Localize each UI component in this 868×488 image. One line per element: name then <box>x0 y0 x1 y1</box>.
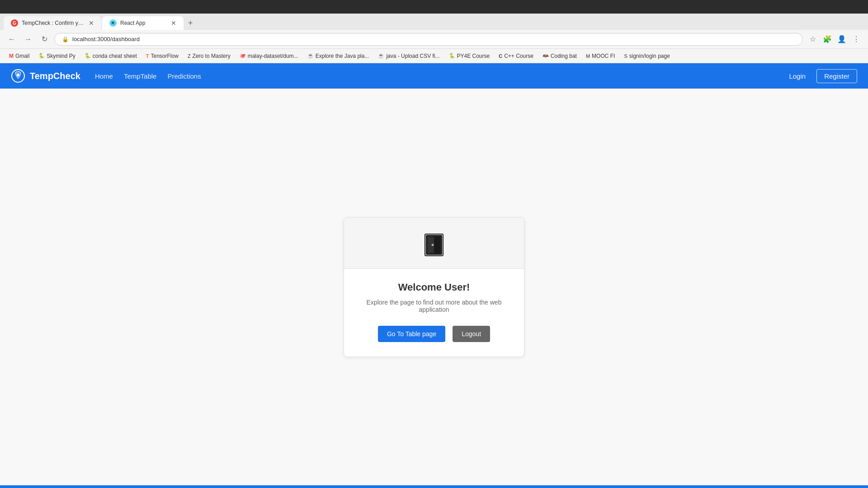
card-top <box>344 218 524 269</box>
address-bar[interactable]: 🔒 localhost:3000/dashboard <box>54 33 803 46</box>
bookmark-tensorflow-label: TensorFlow <box>151 53 179 59</box>
malay-icon: 🐙 <box>240 53 246 59</box>
skymindpy-icon: 🐍 <box>38 53 45 59</box>
card-body: Welcome User! Explore the page to find o… <box>344 269 524 357</box>
lock-icon: 🔒 <box>62 36 69 42</box>
bookmark-gmail-label: Gmail <box>15 53 29 59</box>
bookmark-moocfi-label: MOOC FI <box>592 53 615 59</box>
tab-tempcheck[interactable]: G TempCheck : Confirm your emai... ✕ <box>4 16 101 30</box>
bookmark-java-upload-label: java - Upload CSV fi... <box>386 53 439 59</box>
conda-icon: 🐍 <box>85 53 91 59</box>
goto-table-button[interactable]: Go To Table page <box>378 326 445 342</box>
login-button[interactable]: Login <box>782 70 813 83</box>
tab-react[interactable]: R React App ✕ <box>102 16 184 30</box>
bookmark-zerotomastery[interactable]: Z Zero to Mastery <box>184 52 234 61</box>
nav-actions: Login Register <box>782 69 857 83</box>
back-button[interactable]: ← <box>5 33 18 46</box>
bookmark-malay[interactable]: 🐙 malay-dataset/dum... <box>236 52 302 61</box>
py4e-icon: 🐍 <box>449 53 455 59</box>
nav-links: Home TempTable Predictions <box>95 70 768 82</box>
nav-predictions[interactable]: Predictions <box>167 70 201 82</box>
nav-home[interactable]: Home <box>95 70 113 82</box>
bookmark-java-upload[interactable]: ☕ java - Upload CSV fi... <box>374 52 443 61</box>
bottom-bar <box>0 485 868 488</box>
browser-chrome <box>0 0 868 14</box>
extension-button[interactable]: 🧩 <box>821 33 834 46</box>
tab-react-icon: R <box>109 19 117 27</box>
brand-name: TempCheck <box>30 71 80 81</box>
java-explore-icon: ☕ <box>307 53 314 59</box>
welcome-card: Welcome User! Explore the page to find o… <box>344 217 524 357</box>
bookmark-skymindpy-label: Skymind Py <box>47 53 75 59</box>
bookmark-java-explore[interactable]: ☕ Explore the Java pla... <box>304 52 373 61</box>
navbar-brand[interactable]: TempCheck <box>11 69 80 83</box>
bookmark-conda-label: conda cheat sheet <box>93 53 137 59</box>
tensorflow-icon: T <box>146 53 149 59</box>
bookmark-java-explore-label: Explore the Java pla... <box>316 53 369 59</box>
logout-button[interactable]: Logout <box>453 326 490 342</box>
bookmark-signin-label: signin/login page <box>629 53 670 59</box>
bookmark-signin[interactable]: S signin/login page <box>620 52 673 61</box>
svg-point-1 <box>17 74 19 76</box>
toolbar-right: ☆ 🧩 👤 ⋮ <box>807 33 863 46</box>
gmail-icon: M <box>9 53 14 59</box>
nav-temptable[interactable]: TempTable <box>124 70 157 82</box>
bookmarks-bar: M Gmail 🐍 Skymind Py 🐍 conda cheat sheet… <box>0 49 868 63</box>
tab-bar: G TempCheck : Confirm your emai... ✕ R R… <box>0 14 868 30</box>
navbar: TempCheck Home TempTable Predictions Log… <box>0 63 868 89</box>
bookmark-skymindpy[interactable]: 🐍 Skymind Py <box>35 52 79 61</box>
bookmark-button[interactable]: ☆ <box>807 33 819 46</box>
bookmark-py4e[interactable]: 🐍 PY4E Course <box>445 52 494 61</box>
main-content: Welcome User! Explore the page to find o… <box>0 89 868 485</box>
codingbat-icon: 🦇 <box>542 53 549 59</box>
bookmark-zerotomastery-label: Zero to Mastery <box>193 53 231 59</box>
svg-point-6 <box>432 244 434 246</box>
java-upload-icon: ☕ <box>378 53 384 59</box>
zerotomastery-icon: Z <box>188 53 191 59</box>
brand-icon <box>11 69 25 83</box>
tab-tempcheck-close[interactable]: ✕ <box>89 19 94 27</box>
menu-button[interactable]: ⋮ <box>850 33 863 46</box>
bookmark-malay-label: malay-dataset/dum... <box>248 53 298 59</box>
card-actions: Go To Table page Logout <box>359 326 509 342</box>
bookmark-tensorflow[interactable]: T TensorFlow <box>142 52 182 61</box>
address-text: localhost:3000/dashboard <box>72 36 140 42</box>
bookmark-moocfi[interactable]: M MOOC FI <box>582 52 619 61</box>
bookmark-gmail[interactable]: M Gmail <box>5 52 33 61</box>
bookmark-cpp-label: C++ Course <box>504 53 533 59</box>
welcome-desc: Explore the page to find out more about … <box>359 299 509 313</box>
bookmark-conda[interactable]: 🐍 conda cheat sheet <box>81 52 141 61</box>
signin-icon: S <box>624 53 627 59</box>
register-button[interactable]: Register <box>816 69 857 83</box>
browser-toolbar: ← → ↻ 🔒 localhost:3000/dashboard ☆ 🧩 👤 ⋮ <box>0 30 868 49</box>
app-wrapper: TempCheck Home TempTable Predictions Log… <box>0 63 868 488</box>
new-tab-button[interactable]: + <box>184 16 197 30</box>
moocfi-icon: M <box>586 53 590 59</box>
profile-button[interactable]: 👤 <box>835 33 848 46</box>
bookmark-codingbat-label: Coding bat <box>551 53 577 59</box>
bookmark-codingbat[interactable]: 🦇 Coding bat <box>539 52 580 61</box>
welcome-title: Welcome User! <box>359 282 509 293</box>
forward-button[interactable]: → <box>22 33 34 46</box>
bookmark-py4e-label: PY4E Course <box>457 53 490 59</box>
tab-react-label: React App <box>120 20 145 26</box>
tab-tempcheck-label: TempCheck : Confirm your emai... <box>22 20 85 26</box>
tab-react-close[interactable]: ✕ <box>171 19 176 27</box>
door-icon <box>421 232 447 258</box>
bookmark-cpp[interactable]: C C++ Course <box>495 52 537 61</box>
reload-button[interactable]: ↻ <box>38 33 51 46</box>
cpp-icon: C <box>499 53 502 59</box>
svg-rect-5 <box>434 237 440 253</box>
tab-tempcheck-icon: G <box>11 19 18 27</box>
